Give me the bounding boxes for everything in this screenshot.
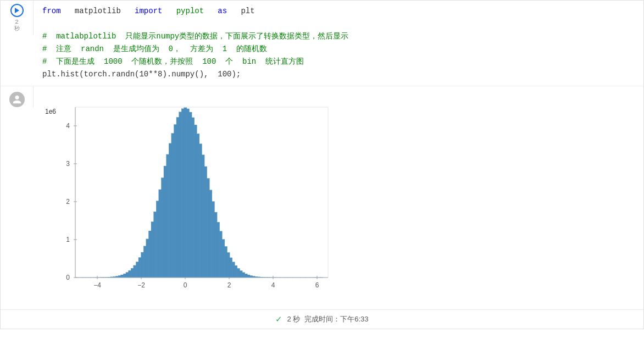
svg-rect-57 xyxy=(189,112,192,278)
svg-rect-82 xyxy=(252,276,255,277)
output-gutter xyxy=(1,86,34,107)
x-tick-neg4: −4 xyxy=(93,281,101,289)
svg-rect-37 xyxy=(138,257,141,277)
svg-rect-42 xyxy=(151,221,154,278)
svg-rect-50 xyxy=(171,133,174,277)
svg-rect-49 xyxy=(169,143,171,277)
user-icon xyxy=(12,95,22,104)
svg-marker-0 xyxy=(15,8,19,13)
svg-rect-33 xyxy=(129,270,131,278)
cell-gutter: 2 秒 xyxy=(1,1,34,35)
svg-rect-35 xyxy=(134,265,136,277)
svg-rect-36 xyxy=(136,262,138,278)
svg-rect-34 xyxy=(131,268,134,278)
svg-rect-31 xyxy=(123,274,126,278)
svg-rect-54 xyxy=(181,108,184,277)
y-axis-label: 1e6 xyxy=(45,108,56,115)
svg-rect-52 xyxy=(176,117,179,278)
code-comment-3: # 下面是生成 1000 个随机数，并按照 100 个 bin 统计直方图 xyxy=(42,56,637,68)
run-button[interactable] xyxy=(10,4,24,17)
svg-rect-55 xyxy=(184,107,187,277)
svg-rect-27 xyxy=(113,276,116,278)
keyword-as: as xyxy=(218,7,227,15)
svg-rect-51 xyxy=(174,124,176,277)
svg-rect-72 xyxy=(227,252,230,278)
cell-number: 2 xyxy=(15,19,19,25)
x-tick-0: 0 xyxy=(184,281,187,289)
code-hist: plt.hist(torch.randn(10**8).numpy(), 100… xyxy=(42,70,241,79)
svg-rect-75 xyxy=(235,265,237,278)
svg-rect-66 xyxy=(212,201,214,277)
cell-footer: ✓ 2 秒 完成时间：下午6:33 xyxy=(1,309,643,329)
svg-rect-32 xyxy=(126,272,129,277)
svg-rect-81 xyxy=(249,275,252,278)
comment-text-1: # matlabplotlib 只能显示numpy类型的数据，下面展示了转换数据… xyxy=(42,32,348,41)
notebook-cell: 2 秒 from matplotlib import pyplot as plt… xyxy=(0,0,644,329)
alias-plt: plt xyxy=(241,7,254,15)
check-icon: ✓ xyxy=(275,314,282,324)
cell-input: 2 秒 from matplotlib import pyplot as plt… xyxy=(1,1,643,86)
svg-rect-67 xyxy=(214,212,217,278)
svg-rect-59 xyxy=(194,125,197,278)
svg-rect-28 xyxy=(116,276,119,278)
svg-rect-62 xyxy=(202,154,204,277)
comment-text-3: # 下面是生成 1000 个随机数，并按照 100 个 bin 统计直方图 xyxy=(42,57,304,66)
execution-time: 2 秒 xyxy=(287,314,300,324)
x-tick-4: 4 xyxy=(271,281,275,289)
svg-rect-78 xyxy=(242,272,245,277)
code-comment-2: # 注意 randn 是生成均值为 0， 方差为 1 的随机数 xyxy=(42,43,637,56)
svg-rect-79 xyxy=(245,274,247,278)
keyword-from: from xyxy=(42,7,61,15)
x-tick-6: 6 xyxy=(315,281,319,289)
lib-name: matplotlib xyxy=(75,7,121,15)
comment-text-2: # 注意 randn 是生成均值为 0， 方差为 1 的随机数 xyxy=(42,45,267,53)
svg-rect-30 xyxy=(121,275,124,278)
svg-rect-65 xyxy=(209,190,212,277)
svg-rect-38 xyxy=(141,252,144,278)
svg-rect-43 xyxy=(154,212,157,278)
svg-rect-61 xyxy=(199,143,202,277)
svg-rect-70 xyxy=(222,239,225,278)
code-line-blank xyxy=(42,18,637,30)
x-tick-neg2: −2 xyxy=(137,281,145,289)
svg-rect-83 xyxy=(255,276,258,278)
y-tick-3: 3 xyxy=(66,160,70,168)
svg-rect-80 xyxy=(247,275,250,278)
cell-output: 1e6 0 1 2 3 4 xyxy=(1,86,643,309)
svg-rect-47 xyxy=(164,166,166,278)
code-line-5: plt.hist(torch.randn(10**8).numpy(), 100… xyxy=(42,68,637,81)
svg-rect-44 xyxy=(156,201,159,277)
svg-rect-68 xyxy=(217,222,220,278)
svg-rect-77 xyxy=(240,270,242,278)
svg-rect-71 xyxy=(224,246,227,278)
avatar xyxy=(9,92,25,107)
code-area[interactable]: from matplotlib import pyplot as plt # m… xyxy=(34,1,643,86)
keyword-import: import xyxy=(135,7,162,15)
svg-rect-60 xyxy=(197,134,199,278)
y-tick-0: 0 xyxy=(66,274,70,281)
x-tick-2: 2 xyxy=(227,281,231,289)
svg-rect-64 xyxy=(207,178,209,277)
svg-rect-41 xyxy=(148,231,151,278)
histogram-bars xyxy=(75,107,323,277)
svg-rect-69 xyxy=(219,231,222,277)
y-tick-4: 4 xyxy=(66,122,70,130)
svg-rect-74 xyxy=(232,262,235,277)
svg-rect-40 xyxy=(146,238,149,277)
histogram-chart: 1e6 0 1 2 3 4 xyxy=(42,91,339,305)
fn-pyplot: pyplot xyxy=(176,7,204,15)
svg-rect-29 xyxy=(118,275,121,278)
code-line-1: from matplotlib import pyplot as plt xyxy=(42,5,637,18)
svg-rect-45 xyxy=(159,190,162,278)
svg-rect-76 xyxy=(237,268,240,278)
svg-rect-58 xyxy=(192,117,195,277)
svg-rect-46 xyxy=(161,178,164,277)
svg-rect-48 xyxy=(166,154,169,278)
svg-rect-39 xyxy=(143,246,146,277)
y-tick-2: 2 xyxy=(66,198,70,206)
output-content: 1e6 0 1 2 3 4 xyxy=(34,86,643,309)
cell-time: 秒 xyxy=(14,26,20,32)
svg-rect-73 xyxy=(230,257,232,277)
chart-svg: 1e6 0 1 2 3 4 xyxy=(42,91,339,305)
completion-time: 完成时间：下午6:33 xyxy=(304,314,368,324)
